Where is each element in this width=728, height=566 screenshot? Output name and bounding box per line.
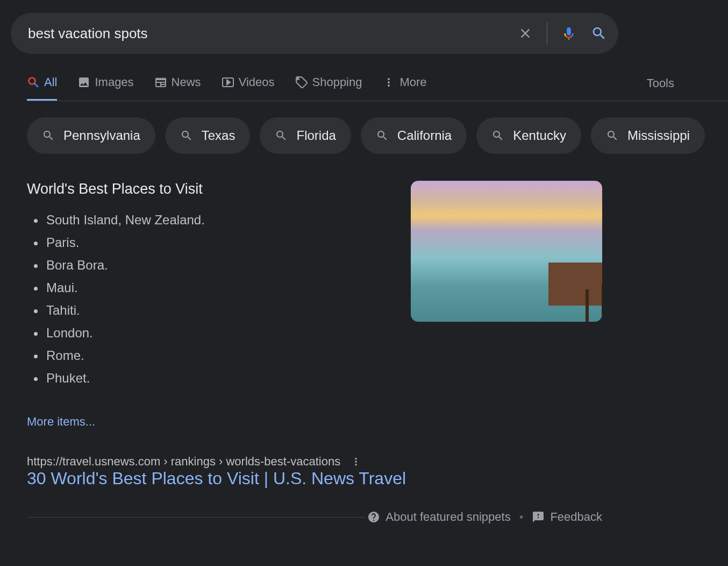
chip-item[interactable]: Texas bbox=[165, 117, 251, 154]
chip-label: Florida bbox=[296, 128, 336, 143]
clear-icon[interactable] bbox=[512, 20, 538, 46]
list-item: Phuket. bbox=[45, 371, 400, 386]
search-bar bbox=[11, 13, 618, 54]
tabs-row: All Images News Videos Shopping More Too… bbox=[27, 75, 728, 101]
about-snippets-link[interactable]: About featured snippets bbox=[367, 510, 510, 524]
more-vert-icon[interactable] bbox=[350, 456, 362, 468]
feedback-link[interactable]: Feedback bbox=[532, 510, 602, 524]
chip-item[interactable]: California bbox=[361, 117, 467, 154]
tab-images[interactable]: Images bbox=[77, 75, 133, 101]
feedback-icon bbox=[532, 511, 545, 523]
feedback-label: Feedback bbox=[550, 510, 602, 524]
shopping-icon bbox=[295, 76, 308, 89]
featured-image[interactable] bbox=[411, 181, 602, 322]
search-icon bbox=[42, 129, 55, 142]
result-title-link[interactable]: 30 World's Best Places to Visit | U.S. N… bbox=[27, 469, 406, 488]
more-items-link[interactable]: More items... bbox=[27, 415, 95, 429]
tab-shopping-label: Shopping bbox=[312, 75, 362, 89]
search-icon bbox=[376, 129, 389, 142]
chip-item[interactable]: Florida bbox=[260, 117, 351, 154]
chip-label: Texas bbox=[202, 128, 235, 143]
search-icon bbox=[491, 129, 504, 142]
tab-more-label: More bbox=[399, 75, 426, 89]
list-item: South Island, New Zealand. bbox=[45, 213, 400, 228]
featured-snippet: World's Best Places to Visit South Islan… bbox=[27, 181, 602, 429]
chip-label: Pennsylvania bbox=[63, 128, 140, 143]
chip-label: Kentucky bbox=[513, 128, 566, 143]
videos-icon bbox=[222, 76, 234, 89]
list-item: Bora Bora. bbox=[45, 258, 400, 273]
chip-item[interactable]: Pennsylvania bbox=[27, 117, 155, 154]
tab-all-label: All bbox=[44, 75, 57, 89]
search-icon[interactable] bbox=[586, 20, 612, 46]
search-icons-group bbox=[512, 20, 612, 46]
separator-dot: • bbox=[519, 510, 524, 524]
list-item: Tahiti. bbox=[45, 303, 400, 318]
tab-more[interactable]: More bbox=[382, 75, 426, 101]
divider bbox=[27, 517, 366, 518]
tab-videos[interactable]: Videos bbox=[222, 75, 275, 101]
tools-button[interactable]: Tools bbox=[647, 76, 674, 100]
related-chips: Pennsylvania Texas Florida California Ke… bbox=[27, 117, 728, 154]
images-icon bbox=[77, 76, 90, 89]
news-icon bbox=[154, 76, 167, 89]
list-item: Rome. bbox=[45, 348, 400, 363]
result-url-row: https://travel.usnews.com › rankings › w… bbox=[27, 455, 728, 469]
list-item: London. bbox=[45, 326, 400, 341]
divider bbox=[547, 23, 547, 44]
chip-label: Mississippi bbox=[627, 128, 690, 143]
search-icon bbox=[180, 129, 193, 142]
tab-news-label: News bbox=[172, 75, 201, 89]
tab-images-label: Images bbox=[95, 75, 133, 89]
chip-item[interactable]: Kentucky bbox=[476, 117, 581, 154]
search-icon bbox=[606, 129, 619, 142]
snippet-footer: About featured snippets • Feedback bbox=[27, 510, 602, 524]
help-icon bbox=[367, 511, 380, 523]
search-input[interactable] bbox=[28, 25, 512, 42]
more-vert-icon bbox=[382, 76, 395, 89]
tabs-left: All Images News Videos Shopping More bbox=[27, 75, 427, 101]
featured-text: World's Best Places to Visit South Islan… bbox=[27, 181, 400, 429]
chip-item[interactable]: Mississippi bbox=[591, 117, 705, 154]
tab-news[interactable]: News bbox=[154, 75, 201, 101]
list-item: Maui. bbox=[45, 280, 400, 295]
tab-shopping[interactable]: Shopping bbox=[295, 75, 362, 101]
search-multicolor-icon bbox=[27, 76, 40, 89]
result-url: https://travel.usnews.com › rankings › w… bbox=[27, 455, 340, 469]
list-item: Paris. bbox=[45, 235, 400, 250]
chip-label: California bbox=[397, 128, 452, 143]
about-snippets-label: About featured snippets bbox=[386, 510, 510, 524]
featured-list: South Island, New Zealand. Paris. Bora B… bbox=[45, 213, 400, 386]
voice-search-icon[interactable] bbox=[556, 20, 582, 46]
footer-right: About featured snippets • Feedback bbox=[367, 510, 602, 524]
featured-title: World's Best Places to Visit bbox=[27, 181, 400, 197]
tab-videos-label: Videos bbox=[239, 75, 275, 89]
tab-all[interactable]: All bbox=[27, 75, 57, 101]
search-icon bbox=[275, 129, 288, 142]
